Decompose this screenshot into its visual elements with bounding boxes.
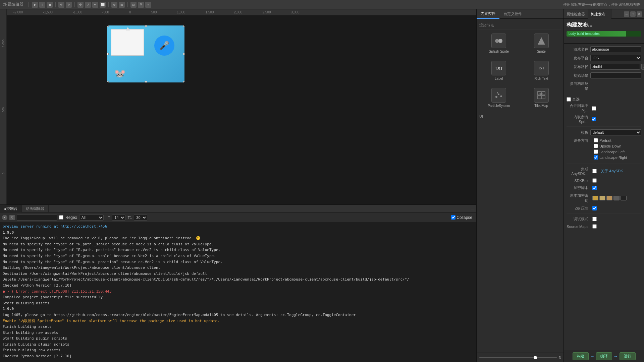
compile-button[interactable]: 编译	[596, 352, 612, 360]
game-name-input[interactable]	[590, 46, 641, 52]
redo-button[interactable]: ↻	[66, 2, 72, 8]
node-tiled-map[interactable]: TiledMap	[522, 86, 561, 110]
node-label[interactable]: TXT Label	[479, 59, 519, 82]
upside-down-label: Upside Down	[599, 144, 621, 148]
align-tool[interactable]: ≡	[145, 2, 151, 8]
tab-console[interactable]: ● 控制台	[0, 205, 22, 213]
tab-build[interactable]: 构建发布...	[588, 9, 611, 19]
handle-tr[interactable]	[183, 25, 184, 27]
handle-ml[interactable]	[107, 53, 109, 55]
handle-mr[interactable]	[183, 53, 184, 55]
stop-button[interactable]: ⏹	[47, 2, 53, 8]
console-line-3: No need to specify the "type" of "R.path…	[3, 241, 474, 247]
path-input[interactable]	[590, 64, 640, 70]
initial-scene-input[interactable]	[590, 72, 641, 78]
tab-builtin-controls[interactable]: 内置控件	[477, 9, 499, 19]
merge-checkbox[interactable]	[592, 106, 596, 111]
console-regex-checkbox[interactable]	[59, 215, 63, 220]
undo-button[interactable]: ↺	[58, 2, 64, 8]
sdkbox-checkbox[interactable]	[592, 178, 597, 183]
build-maximize[interactable]: □	[630, 11, 636, 17]
node-particle[interactable]: ParticleSystem	[479, 86, 519, 110]
tab-custom-controls[interactable]: 自定义控件	[499, 9, 526, 19]
pause-button[interactable]: ⏸	[39, 2, 45, 8]
swatch-3[interactable]	[606, 196, 612, 200]
handle-bm[interactable]	[145, 81, 147, 82]
build-btn-label: 构建	[577, 354, 584, 359]
scene-area[interactable]: 1,000 500 0 -2,000 -1,500 -1,000 -500	[0, 9, 476, 204]
collapse-checkbox[interactable]	[451, 215, 455, 220]
tab-props[interactable]: 属性检查器	[564, 9, 588, 19]
landscape-right-checkbox[interactable]	[594, 155, 598, 160]
tab-animation[interactable]: 动画编辑器	[22, 205, 49, 213]
scene-viewport[interactable]: 🎤 🐭	[7, 15, 476, 204]
svg-marker-2	[538, 37, 545, 45]
console-minimize[interactable]: ─	[470, 206, 475, 212]
console-line-15: Enable "内联所有 SpriteFrame" in native plat…	[3, 318, 474, 324]
snap-tool[interactable]: ⧉	[138, 2, 144, 8]
template-select[interactable]: default link	[590, 129, 641, 135]
sdk-checkbox[interactable]	[592, 169, 597, 173]
console-line-5: No need to specify the "type" of "R.grou…	[3, 253, 474, 259]
node-panel-header: 内置控件 自定义控件	[477, 9, 564, 19]
main-area: 1,000 500 0 -2,000 -1,500 -1,000 -500	[0, 9, 644, 362]
handle-br[interactable]	[183, 81, 184, 82]
grid-tool[interactable]: ⊟	[130, 2, 137, 8]
orientation-portrait: Portrait	[594, 138, 627, 142]
build-close[interactable]: ✕	[637, 11, 642, 17]
arrow-2: →	[613, 354, 618, 359]
build-row-sdk: 集成 AnySDK... 关于 AnySDK	[567, 167, 641, 176]
rich-text-icon: TxT	[534, 61, 549, 75]
swatch-1[interactable]	[592, 196, 598, 200]
build-row-template: 模板 default link	[567, 129, 641, 135]
source-maps-checkbox[interactable]	[592, 224, 597, 229]
debug-checkbox[interactable]	[592, 217, 597, 221]
node-rich-text[interactable]: TxT Rich Text	[522, 59, 561, 82]
encrypt-checkbox[interactable]	[592, 186, 597, 190]
sprite-icon	[534, 34, 549, 48]
zoom-slider-thumb[interactable]	[534, 356, 537, 359]
build-panel: 属性检查器 构建发布... ─ □ ✕ 构建发布... body-build-t	[564, 9, 644, 362]
portrait-checkbox[interactable]	[594, 138, 598, 142]
orientation-label: 设备方向	[567, 138, 588, 143]
all-checkbox[interactable]	[567, 97, 571, 102]
handle-tm[interactable]	[145, 25, 147, 27]
console-filter-select[interactable]: All Errors Warnings Info	[79, 215, 104, 221]
inline-checkbox[interactable]	[592, 117, 596, 121]
upside-down-checkbox[interactable]	[594, 144, 598, 148]
topbar-hint: 使用鼠标右键平移视图重点，使用滚轮拖放视图	[563, 2, 641, 7]
handle-tl[interactable]	[107, 25, 109, 27]
font-size-select[interactable]: 14 12 16	[112, 215, 125, 221]
tab-console-icon: ●	[4, 207, 6, 211]
rotate-tool[interactable]: ↺	[85, 2, 91, 8]
node-sprite[interactable]: Sprite	[522, 32, 561, 55]
swatch-4[interactable]	[613, 196, 620, 200]
node-splash-sprite[interactable]: Splash Sprite	[479, 32, 519, 55]
landscape-left-checkbox[interactable]	[594, 149, 598, 154]
build-minimize[interactable]: ─	[624, 11, 629, 17]
zoom-slider[interactable]	[479, 357, 557, 358]
game-name-label: 游戏名称	[567, 47, 588, 52]
local-tool[interactable]: ⊞	[119, 2, 125, 8]
rect-tool[interactable]: ⬜	[100, 2, 106, 8]
scale-tool[interactable]: ⇔	[92, 2, 98, 8]
console-line-13: 1.9.0	[3, 306, 474, 312]
run-button[interactable]: 运行	[620, 352, 636, 360]
move-tool[interactable]: ✛	[77, 2, 84, 8]
swatch-5[interactable]	[621, 196, 627, 200]
zip-checkbox[interactable]	[592, 206, 597, 210]
console-content[interactable]: preview server running at http://localho…	[0, 222, 476, 362]
console-search-input[interactable]	[17, 215, 57, 221]
handle-bl[interactable]	[107, 81, 109, 82]
time-select[interactable]: 30 60	[134, 215, 147, 221]
platform-select[interactable]: iOS Android	[590, 55, 641, 61]
console-filter-btn[interactable]: ▽	[9, 215, 15, 220]
console-clear-btn[interactable]: ✕	[2, 215, 7, 220]
play-button[interactable]: ▶	[32, 2, 38, 8]
swatch-2[interactable]	[599, 196, 605, 200]
path-browse-btn[interactable]: ...	[641, 64, 644, 70]
svg-point-4	[498, 94, 499, 95]
sdk-link[interactable]: 关于 AnySDK	[601, 169, 623, 174]
build-button[interactable]: 构建	[573, 352, 589, 360]
pivot-tool[interactable]: ⊕	[111, 2, 117, 8]
